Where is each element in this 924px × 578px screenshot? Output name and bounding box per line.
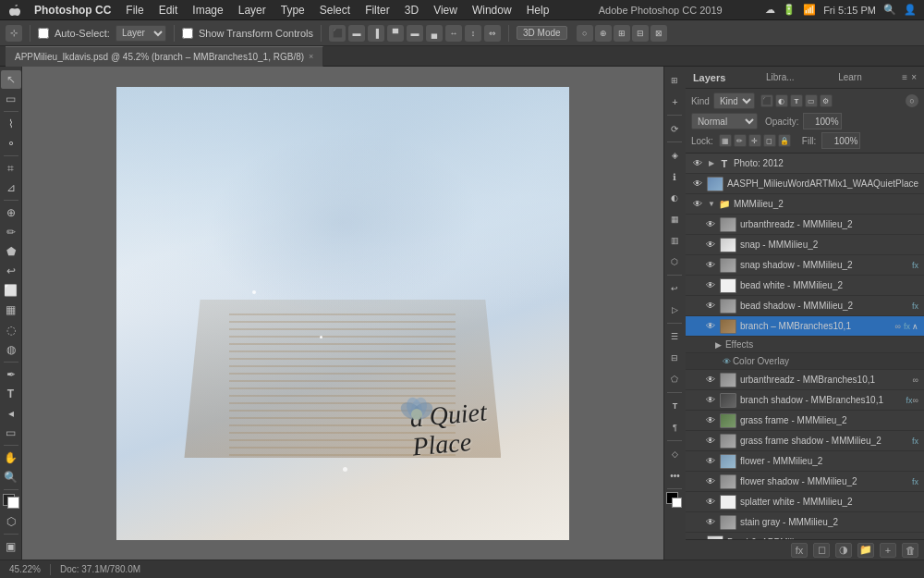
crop-tool[interactable]: ⌗ [1, 159, 21, 178]
paths-btn[interactable]: ⬠ [664, 369, 685, 389]
layer-row[interactable]: 👁 snap shadow - MMMilieu_2 fx [686, 255, 924, 276]
distribute-left-icon[interactable]: ↔ [445, 25, 462, 42]
layer-row[interactable]: 👁 grass frame - MMMilieu_2 [686, 411, 924, 431]
layer-row[interactable]: 👁 flower - MMMilieu_2 [686, 451, 924, 472]
3d-pan-icon[interactable]: ⊞ [614, 25, 630, 42]
hand-tool[interactable]: ✋ [1, 449, 21, 467]
info-btn[interactable]: ℹ [664, 166, 685, 187]
3d-mode-button[interactable]: 3D Mode [517, 26, 567, 40]
menu-edit[interactable]: Edit [152, 2, 185, 18]
app-name[interactable]: Photoshop CC [28, 2, 117, 18]
layer-row[interactable]: 👁 snap - MMMilieu_2 [686, 235, 924, 255]
brush-tool[interactable]: ✏ [1, 223, 21, 241]
rotate-view-btn[interactable]: ⟳ [664, 118, 685, 139]
menu-image[interactable]: Image [186, 2, 229, 18]
filter-adjust-icon[interactable]: ◐ [775, 94, 788, 107]
marquee-tool[interactable]: ▭ [1, 90, 21, 108]
foreground-background-colors[interactable] [3, 494, 19, 509]
fill-input[interactable] [821, 132, 860, 149]
gradient-panel-btn[interactable]: ▥ [664, 230, 685, 251]
eye-icon[interactable]: 👁 [704, 394, 717, 407]
align-center-icon[interactable]: ▬ [348, 25, 365, 42]
new-group-button[interactable]: 📁 [857, 543, 874, 558]
dodge-tool[interactable]: ◍ [1, 340, 21, 359]
menu-select[interactable]: Select [313, 2, 357, 18]
gradient-tool[interactable]: ▦ [1, 301, 21, 319]
eye-icon[interactable]: 👁 [691, 536, 704, 540]
eye-icon[interactable]: 👁 [704, 516, 717, 529]
eye-icon[interactable]: 👁 [704, 435, 717, 448]
effect-visibility-icon[interactable]: 👁 [723, 357, 731, 366]
eye-icon[interactable]: 👁 [691, 157, 704, 170]
filter-shape-icon[interactable]: ▭ [805, 94, 818, 107]
paragraph-btn[interactable]: ¶ [664, 417, 685, 437]
more-panels-btn[interactable]: ••• [664, 465, 685, 486]
search-icon[interactable]: 🔍 [883, 4, 896, 16]
blend-mode-select[interactable]: Normal Multiply Screen [691, 113, 758, 129]
stamp-tool[interactable]: ⬟ [1, 242, 21, 261]
eye-icon[interactable]: 👁 [704, 218, 717, 231]
active-tab[interactable]: APPMilieu_lkdavis.psd @ 45.2% (branch – … [6, 46, 323, 67]
filter-pixel-icon[interactable]: ⬛ [760, 94, 773, 107]
align-bottom-icon[interactable]: ▄ [426, 25, 443, 42]
layer-row[interactable]: 👁 Brush6_APPMilieu [686, 533, 924, 539]
3d-panel-btn[interactable]: ◇ [664, 444, 685, 464]
3d-scale-icon[interactable]: ⊠ [650, 25, 667, 42]
learn-button[interactable]: Learn [834, 72, 866, 82]
menu-view[interactable]: View [427, 2, 464, 18]
layers-panel-collapse-icon[interactable]: × [911, 72, 917, 82]
layers-panel-menu-icon[interactable]: ≡ [902, 72, 907, 82]
align-top-icon[interactable]: ▀ [387, 25, 404, 42]
expand-arrow-icon[interactable]: ▼ [707, 200, 716, 209]
pen-tool[interactable]: ✒ [1, 365, 21, 384]
layer-row[interactable]: 👁 grass frame shadow - MMMilieu_2 fx [686, 431, 924, 451]
eye-icon[interactable]: 👁 [704, 259, 717, 272]
history-tool[interactable]: ↩ [1, 262, 21, 280]
shape-tool[interactable]: ▭ [1, 424, 21, 442]
tab-close-button[interactable]: × [309, 52, 313, 61]
zoom-fit-btn[interactable]: ⊞ [664, 70, 685, 91]
effects-arrow-icon[interactable]: ▶ [715, 340, 722, 350]
menu-3d[interactable]: 3D [398, 2, 425, 18]
eye-icon[interactable]: 👁 [704, 475, 717, 488]
layer-row[interactable]: 👁 splatter white - MMMilieu_2 [686, 492, 924, 512]
history-panel-btn[interactable]: ↩ [664, 278, 685, 299]
move-tool[interactable]: ↖ [1, 70, 21, 89]
menu-filter[interactable]: Filter [359, 2, 396, 18]
blur-tool[interactable]: ◌ [1, 320, 21, 338]
group-row[interactable]: 👁 ▼ 📁 MMMilieu_2 [686, 194, 924, 215]
actions-btn[interactable]: ▷ [664, 300, 685, 320]
add-fx-button[interactable]: fx [791, 543, 808, 558]
align-left-icon[interactable]: ⬛ [329, 25, 346, 42]
align-middle-icon[interactable]: ▬ [407, 25, 423, 42]
distribute-right-icon[interactable]: ⇔ [484, 25, 501, 42]
layer-row[interactable]: 👁 bead shadow - MMMilieu_2 fx [686, 296, 924, 316]
eye-icon[interactable]: 👁 [704, 279, 717, 292]
lock-transparent-btn[interactable]: ▦ [719, 134, 732, 147]
color-btn[interactable]: ◐ [664, 188, 685, 208]
eye-icon[interactable]: 👁 [704, 414, 717, 427]
layer-row[interactable]: 👁 flower shadow - MMMilieu_2 fx [686, 472, 924, 492]
eye-icon[interactable]: 👁 [704, 239, 717, 252]
path-select-tool[interactable]: ◂ [1, 404, 21, 423]
navigator-btn[interactable]: ◈ [664, 145, 685, 166]
quick-mask-tool[interactable]: ⬡ [1, 512, 21, 531]
zoom-in-btn[interactable]: + [664, 92, 685, 112]
eye-icon[interactable]: 👁 [704, 496, 717, 509]
fx-expand-icon[interactable]: ∧ [912, 322, 918, 331]
eye-icon[interactable]: 👁 [704, 455, 717, 468]
eyedropper-tool[interactable]: ⊿ [1, 178, 21, 197]
3d-slide-icon[interactable]: ⊟ [632, 25, 649, 42]
add-mask-button[interactable]: ◻ [813, 543, 830, 558]
lock-pixels-btn[interactable]: ✏ [734, 134, 747, 147]
menu-layer[interactable]: Layer [232, 2, 273, 18]
opacity-input[interactable] [803, 113, 842, 129]
lock-position-btn[interactable]: ✛ [748, 134, 761, 147]
align-right-icon[interactable]: ▐ [368, 25, 384, 42]
active-layer-row[interactable]: 👁 branch – MMBranches10,1 ∞ fx ∧ [686, 316, 924, 337]
3d-roll-icon[interactable]: ⊕ [595, 25, 612, 42]
layer-row[interactable]: 👁 urbanthreadz - MMBranches10,1 ∞ [686, 370, 924, 390]
layer-row[interactable]: 👁 branch shadow - MMBranches10,1 fx ∞ [686, 390, 924, 411]
menu-help[interactable]: Help [520, 2, 556, 18]
eye-icon[interactable]: 👁 [704, 374, 717, 387]
